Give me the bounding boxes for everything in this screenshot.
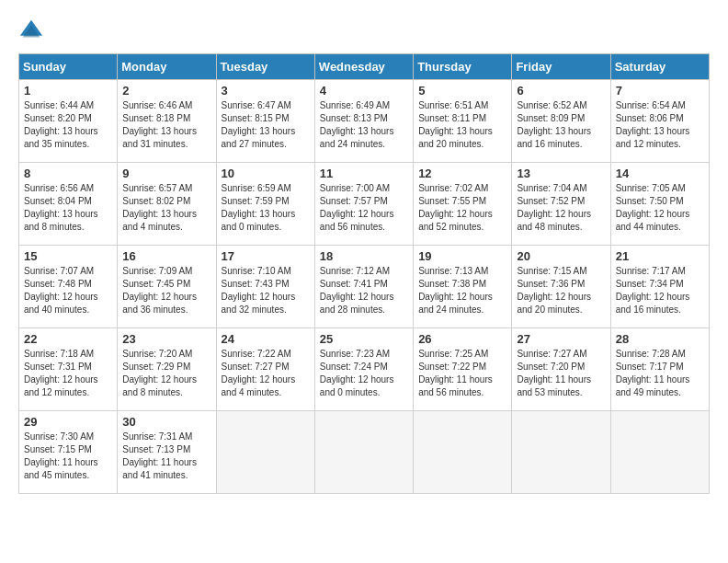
day-number: 24 <box>222 332 310 346</box>
table-row: 6 Sunrise: 6:52 AMSunset: 8:09 PMDayligh… <box>512 80 610 163</box>
table-row: 24 Sunrise: 7:22 AMSunset: 7:27 PMDaylig… <box>216 328 314 411</box>
day-detail: Sunrise: 7:31 AMSunset: 7:13 PMDaylight:… <box>122 431 197 480</box>
day-detail: Sunrise: 7:13 AMSunset: 7:38 PMDaylight:… <box>418 266 493 315</box>
day-number: 5 <box>418 84 506 98</box>
day-number: 18 <box>320 249 408 263</box>
day-number: 20 <box>517 249 605 263</box>
day-detail: Sunrise: 7:27 AMSunset: 7:20 PMDaylight:… <box>517 349 591 397</box>
table-row: 3 Sunrise: 6:47 AMSunset: 8:15 PMDayligh… <box>216 80 314 163</box>
table-row <box>512 411 610 494</box>
calendar-week-row: 8 Sunrise: 6:56 AMSunset: 8:04 PMDayligh… <box>19 163 710 246</box>
day-detail: Sunrise: 7:25 AMSunset: 7:22 PMDaylight:… <box>418 349 493 397</box>
table-row: 23 Sunrise: 7:20 AMSunset: 7:29 PMDaylig… <box>118 328 216 411</box>
table-row: 13 Sunrise: 7:04 AMSunset: 7:52 PMDaylig… <box>512 163 610 246</box>
table-row: 26 Sunrise: 7:25 AMSunset: 7:22 PMDaylig… <box>414 328 512 411</box>
logo <box>18 18 48 44</box>
calendar-week-row: 1 Sunrise: 6:44 AMSunset: 8:20 PMDayligh… <box>19 80 710 163</box>
day-detail: Sunrise: 6:51 AMSunset: 8:11 PMDaylight:… <box>418 100 493 149</box>
table-row <box>610 411 709 494</box>
day-detail: Sunrise: 6:56 AMSunset: 8:04 PMDaylight:… <box>24 183 98 232</box>
day-detail: Sunrise: 6:47 AMSunset: 8:15 PMDaylight:… <box>222 100 296 149</box>
table-row: 10 Sunrise: 6:59 AMSunset: 7:59 PMDaylig… <box>216 163 314 246</box>
table-row: 22 Sunrise: 7:18 AMSunset: 7:31 PMDaylig… <box>19 328 118 411</box>
day-number: 30 <box>122 415 210 429</box>
day-number: 23 <box>122 332 210 346</box>
day-detail: Sunrise: 7:05 AMSunset: 7:50 PMDaylight:… <box>616 183 690 232</box>
table-row: 9 Sunrise: 6:57 AMSunset: 8:02 PMDayligh… <box>118 163 216 246</box>
day-number: 2 <box>122 84 210 98</box>
day-number: 28 <box>616 332 704 346</box>
day-number: 7 <box>616 84 704 98</box>
day-detail: Sunrise: 6:49 AMSunset: 8:13 PMDaylight:… <box>320 100 394 149</box>
table-row: 29 Sunrise: 7:30 AMSunset: 7:15 PMDaylig… <box>19 411 118 494</box>
day-number: 13 <box>517 167 605 180</box>
table-row: 20 Sunrise: 7:15 AMSunset: 7:36 PMDaylig… <box>512 246 610 328</box>
day-number: 22 <box>24 332 112 346</box>
table-row <box>314 411 413 494</box>
table-row: 11 Sunrise: 7:00 AMSunset: 7:57 PMDaylig… <box>314 163 413 246</box>
day-number: 14 <box>616 167 704 180</box>
day-detail: Sunrise: 7:30 AMSunset: 7:15 PMDaylight:… <box>24 431 98 480</box>
calendar-week-row: 22 Sunrise: 7:18 AMSunset: 7:31 PMDaylig… <box>19 328 710 411</box>
day-number: 29 <box>24 415 112 429</box>
day-number: 25 <box>320 332 408 346</box>
day-number: 17 <box>222 249 310 263</box>
day-detail: Sunrise: 6:59 AMSunset: 7:59 PMDaylight:… <box>222 183 296 232</box>
table-row <box>216 411 314 494</box>
table-row: 2 Sunrise: 6:46 AMSunset: 8:18 PMDayligh… <box>118 80 216 163</box>
header-tuesday: Tuesday <box>216 54 314 80</box>
day-detail: Sunrise: 6:44 AMSunset: 8:20 PMDaylight:… <box>24 100 98 149</box>
day-number: 27 <box>517 332 605 346</box>
table-row: 8 Sunrise: 6:56 AMSunset: 8:04 PMDayligh… <box>19 163 118 246</box>
header-friday: Friday <box>512 54 610 80</box>
day-number: 10 <box>222 167 310 180</box>
table-row: 4 Sunrise: 6:49 AMSunset: 8:13 PMDayligh… <box>314 80 413 163</box>
day-number: 12 <box>418 167 506 180</box>
table-row: 19 Sunrise: 7:13 AMSunset: 7:38 PMDaylig… <box>414 246 512 328</box>
header-saturday: Saturday <box>610 54 709 80</box>
day-detail: Sunrise: 7:28 AMSunset: 7:17 PMDaylight:… <box>616 349 690 397</box>
day-detail: Sunrise: 7:07 AMSunset: 7:48 PMDaylight:… <box>24 266 98 315</box>
header-wednesday: Wednesday <box>314 54 413 80</box>
day-detail: Sunrise: 7:18 AMSunset: 7:31 PMDaylight:… <box>24 349 98 397</box>
table-row: 27 Sunrise: 7:27 AMSunset: 7:20 PMDaylig… <box>512 328 610 411</box>
calendar-table: Sunday Monday Tuesday Wednesday Thursday… <box>18 53 710 494</box>
table-row: 1 Sunrise: 6:44 AMSunset: 8:20 PMDayligh… <box>19 80 118 163</box>
day-detail: Sunrise: 7:02 AMSunset: 7:55 PMDaylight:… <box>418 183 493 232</box>
table-row: 15 Sunrise: 7:07 AMSunset: 7:48 PMDaylig… <box>19 246 118 328</box>
table-row: 21 Sunrise: 7:17 AMSunset: 7:34 PMDaylig… <box>610 246 709 328</box>
calendar-week-row: 15 Sunrise: 7:07 AMSunset: 7:48 PMDaylig… <box>19 246 710 328</box>
logo-icon <box>18 18 44 44</box>
day-number: 21 <box>616 249 704 263</box>
table-row: 12 Sunrise: 7:02 AMSunset: 7:55 PMDaylig… <box>414 163 512 246</box>
day-detail: Sunrise: 7:09 AMSunset: 7:45 PMDaylight:… <box>122 266 197 315</box>
day-number: 11 <box>320 167 408 180</box>
table-row: 14 Sunrise: 7:05 AMSunset: 7:50 PMDaylig… <box>610 163 709 246</box>
day-detail: Sunrise: 7:17 AMSunset: 7:34 PMDaylight:… <box>616 266 690 315</box>
day-detail: Sunrise: 7:20 AMSunset: 7:29 PMDaylight:… <box>122 349 197 397</box>
day-detail: Sunrise: 7:22 AMSunset: 7:27 PMDaylight:… <box>222 349 296 397</box>
header-monday: Monday <box>118 54 216 80</box>
table-row <box>414 411 512 494</box>
header-thursday: Thursday <box>414 54 512 80</box>
day-number: 3 <box>222 84 310 98</box>
day-detail: Sunrise: 6:46 AMSunset: 8:18 PMDaylight:… <box>122 100 197 149</box>
calendar-week-row: 29 Sunrise: 7:30 AMSunset: 7:15 PMDaylig… <box>19 411 710 494</box>
day-detail: Sunrise: 6:57 AMSunset: 8:02 PMDaylight:… <box>122 183 197 232</box>
day-number: 26 <box>418 332 506 346</box>
day-number: 9 <box>122 167 210 180</box>
table-row: 28 Sunrise: 7:28 AMSunset: 7:17 PMDaylig… <box>610 328 709 411</box>
header-sunday: Sunday <box>19 54 118 80</box>
weekday-header-row: Sunday Monday Tuesday Wednesday Thursday… <box>19 54 710 80</box>
table-row: 5 Sunrise: 6:51 AMSunset: 8:11 PMDayligh… <box>414 80 512 163</box>
day-number: 1 <box>24 84 112 98</box>
day-detail: Sunrise: 7:00 AMSunset: 7:57 PMDaylight:… <box>320 183 394 232</box>
day-number: 19 <box>418 249 506 263</box>
table-row: 7 Sunrise: 6:54 AMSunset: 8:06 PMDayligh… <box>610 80 709 163</box>
day-number: 16 <box>122 249 210 263</box>
day-number: 15 <box>24 249 112 263</box>
day-detail: Sunrise: 7:10 AMSunset: 7:43 PMDaylight:… <box>222 266 296 315</box>
day-number: 6 <box>517 84 605 98</box>
table-row: 25 Sunrise: 7:23 AMSunset: 7:24 PMDaylig… <box>314 328 413 411</box>
table-row: 18 Sunrise: 7:12 AMSunset: 7:41 PMDaylig… <box>314 246 413 328</box>
